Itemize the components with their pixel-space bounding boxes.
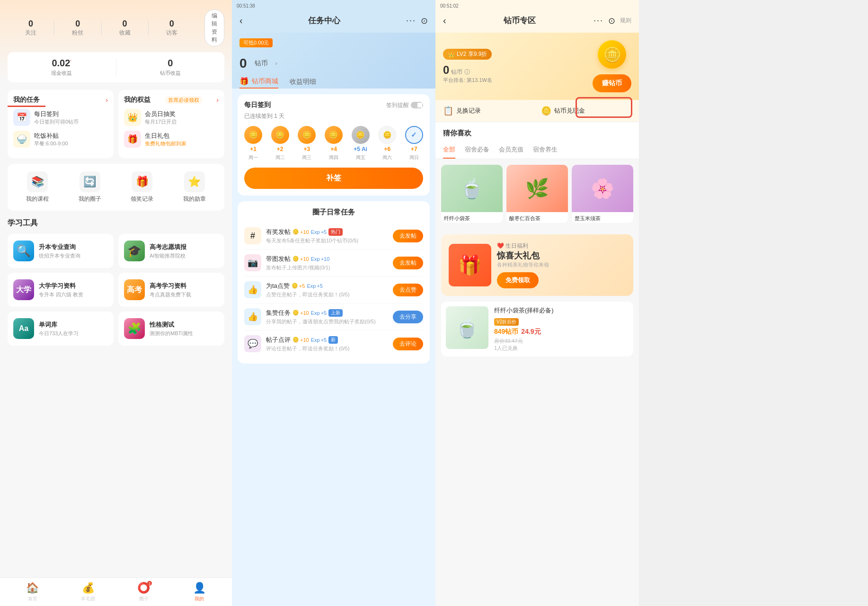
p3-exchange-row: 📋 兑换记录 🪙 钻币兑现金: [435, 100, 639, 122]
collect-like-action-button[interactable]: 去分享: [393, 311, 423, 323]
level-badge: 👑 LV2 享9.9折: [443, 49, 492, 60]
tool-words[interactable]: Aa 单词库 今日733人在学习: [8, 312, 114, 346]
earn-coin-button[interactable]: 赚钻币: [593, 74, 631, 92]
p3-promo-card[interactable]: 🎁 ❤️ 生日福利 惊喜大礼包 各种精美礼物等你来领 免费领取: [441, 234, 633, 296]
tasks-arrow[interactable]: ›: [106, 96, 108, 104]
coin-arrow: ›: [275, 60, 277, 67]
section-title-tools: 学习工具: [0, 218, 232, 228]
day-tue: 🪙 +2 周二: [271, 126, 289, 161]
my-rights-card: 我的权益 首席必读领权 › 👑 会员日抽奖 每月17日开启 🎁 生日礼包 免费礼…: [118, 90, 224, 158]
nav-my-circle[interactable]: 🔄 我的圈子: [79, 171, 101, 203]
task-item-birthday[interactable]: 🎁 生日礼包 免费礼物包邮到家: [124, 131, 219, 148]
tool-gaokao-study[interactable]: 高考 高考学习资料 考点真题免费下载: [118, 273, 224, 307]
tab-earnings[interactable]: 收益明细: [290, 77, 316, 89]
coin-earning: 0 钻币收益: [116, 58, 225, 77]
p2-record-button[interactable]: ⊙: [421, 16, 428, 26]
photo-post-action-button[interactable]: 去发帖: [393, 257, 423, 269]
p3-statusbar: 00:51:02: [435, 0, 639, 11]
my-tasks-card: 我的任务 › 📅 每日签到 今日签到可得0钻币 🍚 吃饭补贴 早餐:6:00-9…: [8, 90, 114, 158]
p3-tab-health[interactable]: 宿舍养生: [533, 142, 558, 159]
task-icon-signin: 📅: [13, 109, 30, 126]
day-thu: 🪙 +4 周四: [325, 126, 343, 161]
coin-to-cash-item[interactable]: 🪙 钻币兑现金: [541, 106, 631, 116]
sign-button[interactable]: 补签: [244, 168, 423, 189]
product-card-0[interactable]: 🍵 纤纤小袋茶: [441, 165, 503, 223]
benkao-icon: 🔍: [13, 241, 34, 261]
task-icon-meal: 🍚: [13, 131, 30, 148]
tab-coin-shop[interactable]: 🎁 钻币商城: [239, 77, 278, 89]
nav-circle[interactable]: ⭕ 1 圈子: [116, 582, 172, 602]
checkin-remind[interactable]: 签到提醒: [386, 101, 423, 109]
product-img-1: 🌿: [506, 165, 568, 212]
free-claim-button[interactable]: 免费领取: [497, 272, 539, 288]
p3-back-button[interactable]: ‹: [443, 15, 446, 26]
bottom-nav: 🏠 首页 💰 羊毛团 ⭕ 1 圈子 👤 我的: [0, 578, 232, 606]
tool-benkao[interactable]: 🔍 升本专业查询 统招升本专业查询: [8, 234, 114, 268]
p3-more-button[interactable]: ···: [593, 16, 603, 26]
task-row-collect-like: 👍 集赞任务 🪙+10 Exp+5 上新 分享我的帖子，邀请朋友点赞我的帖子奖励…: [244, 303, 423, 330]
award-icon: 🎁: [132, 171, 152, 192]
coin-count: 0: [239, 56, 247, 71]
tool-university[interactable]: 大学 大学学习资料 专升本 四六级 教资: [8, 273, 114, 307]
coin-unit: 钻币: [255, 59, 268, 68]
task-item-signin[interactable]: 📅 每日签到 今日签到可得0钻币: [13, 109, 108, 126]
task-icon-birthday: 🎁: [124, 131, 141, 148]
task-icon-lottery: 👑: [124, 109, 141, 126]
product-card-2[interactable]: 🌸 楚玉米须茶: [572, 165, 633, 223]
small-product-img: 🍵: [446, 306, 488, 349]
mine-icon: 👤: [193, 582, 206, 594]
nav-mine[interactable]: 👤 我的: [172, 582, 228, 602]
nav-home[interactable]: 🏠 首页: [5, 582, 61, 602]
stat-collect[interactable]: 0 收藏: [102, 19, 148, 37]
coin-tabs: 🎁 钻币商城 收益明细: [239, 77, 428, 89]
like-action-button[interactable]: 去点赞: [393, 284, 423, 296]
comment-action-button[interactable]: 去评论: [393, 338, 423, 350]
nav-award-record[interactable]: 🎁 领奖记录: [131, 171, 153, 203]
p3-rules-button[interactable]: 规则: [620, 17, 631, 25]
stats-row: 0 关注 0 粉丝 0 收藏 0 访客 编: [8, 9, 224, 46]
nav-my-badge[interactable]: ⭐ 我的勋章: [183, 171, 206, 203]
promo-img: 🎁: [449, 244, 491, 286]
post-action-button[interactable]: 去发帖: [393, 230, 423, 242]
p3-small-product[interactable]: 🍵 纤纤小袋茶(择样必备) V2折后价 849钻币 24.9元 原价33.47元…: [441, 302, 633, 356]
tool-gaokao-fill[interactable]: 🎓 高考志愿填报 AI智能推荐院校: [118, 234, 224, 268]
checkin-section: 每日签到 签到提醒 已连续签到 1 天 🪙 +1 周一 🪙 +2: [238, 94, 430, 196]
task-post-icon: #: [244, 227, 261, 244]
p3-tab-vip[interactable]: 会员充值: [499, 142, 523, 159]
coin-to-cash-icon: 🪙: [541, 106, 551, 116]
days-row: 🪙 +1 周一 🪙 +2 周二 🪙 +3 周三 🪙 +4 周四: [244, 126, 423, 161]
task-collect-like-icon: 👍: [244, 308, 261, 325]
tool-personality[interactable]: 🧩 性格测试 测测你的MBTI属性: [118, 312, 224, 346]
p3-record-button[interactable]: ⊙: [608, 16, 615, 26]
stat-fans[interactable]: 0 粉丝: [54, 19, 101, 37]
university-icon: 大学: [13, 279, 34, 300]
earnings-row: 0.02· 现金收益 0 钻币收益: [8, 52, 224, 82]
p3-tab-all[interactable]: 全部: [443, 142, 455, 159]
exchange-record-icon: 📋: [443, 106, 453, 116]
gaokao-fill-icon: 🎓: [124, 241, 145, 261]
edit-profile-button[interactable]: 编辑资料: [204, 9, 224, 46]
yanmao-icon: 💰: [82, 582, 95, 594]
task-comment-icon: 💬: [244, 335, 261, 352]
p2-more-button[interactable]: ···: [406, 16, 416, 26]
personality-icon: 🧩: [124, 318, 145, 339]
stat-visitor[interactable]: 0 访客: [149, 19, 195, 37]
words-icon: Aa: [13, 318, 34, 339]
day-fri: 🪙 +5 Ai 周五: [352, 126, 370, 161]
task-photo-icon: 📷: [244, 254, 261, 271]
exchange-record-item[interactable]: 📋 兑换记录: [443, 106, 533, 116]
p3-tab-dorm[interactable]: 宿舍必备: [465, 142, 489, 159]
nav-my-course[interactable]: 📚 我的课程: [26, 171, 49, 203]
coin-shop-icon: 🎁: [239, 77, 249, 86]
daily-tasks-section: 圈子日常任务 # 有奖发帖 🪙+10 Exp+5 热门 每天发布5条任意帖子奖励…: [238, 201, 430, 364]
p2-back-button[interactable]: ‹: [239, 15, 243, 26]
task-like-icon: 👍: [244, 281, 261, 298]
p3-header: ‹ 钻币专区 ··· ⊙ 规则: [435, 11, 639, 33]
rights-arrow[interactable]: ›: [216, 96, 219, 104]
p3-tabs-row: 全部 宿舍必备 会员充值 宿舍养生: [435, 142, 639, 159]
task-item-lottery[interactable]: 👑 会员日抽奖 每月17日开启: [124, 109, 219, 126]
task-item-meal[interactable]: 🍚 吃饭补贴 早餐:6:00-9:00: [13, 131, 108, 148]
nav-yanmao[interactable]: 💰 羊毛团: [61, 582, 116, 602]
stat-follow[interactable]: 0 关注: [8, 19, 54, 37]
product-card-1[interactable]: 🌿 酸枣仁百合茶: [506, 165, 568, 223]
